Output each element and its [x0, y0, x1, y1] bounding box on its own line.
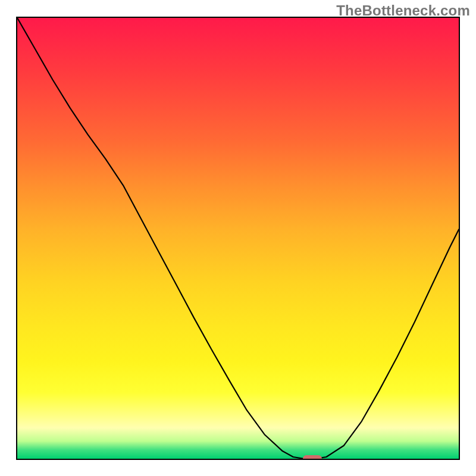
watermark-text: TheBottleneck.com: [336, 2, 470, 19]
curve-svg: [17, 18, 459, 459]
chart-container: TheBottleneck.com: [0, 0, 476, 476]
bottleneck-curve: [17, 18, 459, 459]
plot-area: [16, 17, 460, 460]
minimum-marker: [303, 455, 322, 460]
